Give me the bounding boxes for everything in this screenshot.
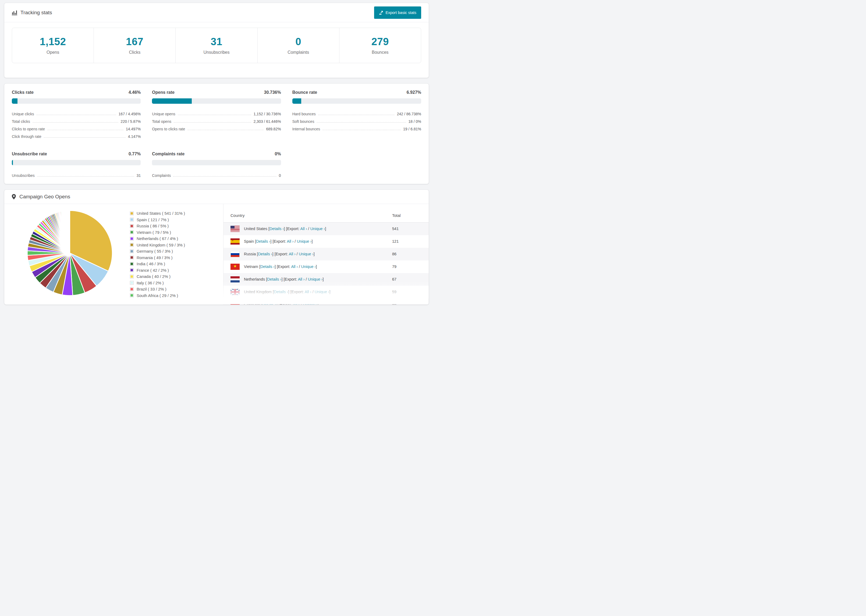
rate-title: Unsubscribe rate — [12, 152, 47, 156]
stat-row-value: 167 / 4.456% — [119, 112, 141, 116]
stat-row: Opens to clicks rate689.82% — [152, 124, 281, 131]
stat-row-label: Total clicks — [12, 119, 30, 124]
legend-item[interactable]: Russia ( 86 / 5% ) — [130, 224, 223, 228]
legend-swatch-icon — [130, 294, 134, 297]
country-name: Spain — [244, 239, 255, 244]
legend-item[interactable]: Vietnam ( 79 / 5% ) — [130, 230, 223, 235]
details-link[interactable]: Details › — [262, 302, 277, 305]
stat-row-value: 0 — [279, 173, 281, 178]
rate-value: 6.927% — [407, 90, 421, 95]
export-unique-link[interactable]: Unique › — [310, 226, 325, 231]
table-row: Spain [Details ›] [Export: All › / Uniqu… — [224, 235, 429, 248]
country-name: United States — [244, 226, 268, 231]
stat-row-value: 2,303 / 61.446% — [254, 119, 281, 124]
export-unique-link[interactable]: Unique › — [308, 277, 323, 281]
progress-bar — [12, 98, 141, 104]
column-header-country: Country — [224, 204, 392, 223]
country-flag-icon — [230, 226, 239, 232]
country-name: Netherlands — [244, 277, 266, 281]
legend-item[interactable]: India ( 46 / 3% ) — [130, 261, 223, 266]
legend-item[interactable]: Romania ( 49 / 3% ) — [130, 255, 223, 260]
export-all-link[interactable]: All › — [289, 252, 296, 256]
details-link[interactable]: Details › — [267, 277, 281, 281]
export-unique-link[interactable]: Unique › — [303, 302, 318, 305]
export-basic-stats-button[interactable]: Export basic stats — [374, 6, 421, 19]
stat-value: 0 — [295, 36, 301, 47]
stat-row-label: Complaints — [152, 173, 171, 178]
dotted-leader — [187, 130, 264, 130]
legend-item[interactable]: South Africa ( 29 / 2% ) — [130, 293, 223, 298]
country-total: 67 — [392, 273, 429, 286]
legend-item[interactable]: France ( 42 / 2% ) — [130, 268, 223, 272]
geo-table-header-row: Country Total — [224, 204, 429, 223]
legend-item[interactable]: Netherlands ( 67 / 4% ) — [130, 236, 223, 241]
stat-row: Unsubscribes31 — [12, 170, 141, 178]
legend-item[interactable]: United Kingdom ( 59 / 3% ) — [130, 243, 223, 247]
country-name: Russia — [244, 252, 257, 256]
geo-opens-header: Campaign Geo Opens — [4, 190, 429, 204]
export-unique-link[interactable]: Unique › — [315, 290, 329, 294]
country-flag-icon — [230, 238, 239, 245]
legend-swatch-icon — [130, 275, 134, 278]
export-all-link[interactable]: All › — [291, 264, 298, 269]
export-unique-link[interactable]: Unique › — [301, 264, 316, 269]
stat-row: Click through rate4.147% — [12, 131, 141, 139]
legend-label: Spain ( 121 / 7% ) — [137, 217, 169, 222]
country-flag-icon — [230, 251, 239, 257]
legend-label: Vietnam ( 79 / 5% ) — [137, 230, 171, 235]
stat-row-value: 19 / 6.81% — [403, 127, 421, 131]
legend-label: Romania ( 49 / 3% ) — [137, 255, 172, 260]
legend-item[interactable]: Spain ( 121 / 7% ) — [130, 217, 223, 222]
progress-bar — [152, 160, 281, 165]
stat-value: 279 — [372, 36, 389, 47]
export-unique-link[interactable]: Unique › — [299, 252, 313, 256]
export-icon — [379, 11, 383, 15]
table-row: Russia [Details ›] [Export: All › / Uniq… — [224, 248, 429, 261]
export-all-link[interactable]: All › — [287, 239, 294, 244]
rate-title: Bounce rate — [292, 90, 317, 95]
legend-swatch-icon — [130, 256, 134, 259]
legend-item[interactable]: Canada ( 40 / 2% ) — [130, 274, 223, 279]
legend-swatch-icon — [130, 262, 134, 266]
stat-row-label: Internal bounces — [292, 127, 320, 131]
rate-title: Clicks rate — [12, 90, 34, 95]
dotted-leader — [174, 122, 251, 123]
legend-item[interactable]: Italy ( 36 / 2% ) — [130, 281, 223, 285]
section-title: Campaign Geo Opens — [19, 194, 70, 200]
legend-item[interactable]: Brazil ( 33 / 2% ) — [130, 287, 223, 291]
legend-swatch-icon — [130, 287, 134, 291]
table-row: United States [Details ›] [Export: All ›… — [224, 223, 429, 235]
details-link[interactable]: Details › — [274, 290, 288, 294]
export-unique-link[interactable]: Unique › — [297, 239, 312, 244]
legend-item[interactable]: United States ( 541 / 31% ) — [130, 211, 223, 215]
country-total: 541 — [392, 223, 429, 235]
stat-row-value: 1,152 / 30.736% — [254, 112, 281, 116]
details-link[interactable]: Details › — [258, 252, 272, 256]
country-name: United Kingdom — [244, 290, 273, 294]
export-all-link[interactable]: All › — [293, 302, 299, 305]
stat-value: 1,152 — [40, 36, 66, 47]
details-link[interactable]: Details › — [260, 264, 275, 269]
legend-label: France ( 42 / 2% ) — [137, 268, 169, 272]
legend-label: United States ( 541 / 31% ) — [137, 211, 185, 215]
details-link[interactable]: Details › — [256, 239, 270, 244]
legend-item[interactable]: Germany ( 55 / 3% ) — [130, 249, 223, 253]
rates-card: Clicks rate 4.46% Unique clicks167 / 4.4… — [4, 83, 429, 184]
export-all-link[interactable]: All › — [298, 277, 305, 281]
stat-row: Total clicks220 / 5.87% — [12, 116, 141, 124]
rate-value: 0% — [275, 152, 281, 156]
stat-row-value: 242 / 86.738% — [397, 112, 421, 116]
export-all-link[interactable]: All › — [301, 226, 307, 231]
table-row: Netherlands [Details ›] [Export: All › /… — [224, 273, 429, 286]
country-total: 55 — [392, 298, 429, 305]
export-all-link[interactable]: All › — [305, 290, 312, 294]
stat-row-label: Soft bounces — [292, 119, 314, 124]
progress-bar-fill — [292, 98, 301, 104]
country-flag-icon — [230, 276, 239, 283]
stat-label: Complaints — [288, 50, 309, 55]
country-flag-icon — [230, 302, 239, 305]
geo-pie-legend: United States ( 541 / 31% ) Spain ( 121 … — [130, 204, 223, 305]
legend-label: United Kingdom ( 59 / 3% ) — [137, 243, 185, 247]
stat-row: Soft bounces18 / 0% — [292, 116, 421, 124]
details-link[interactable]: Details › — [269, 226, 284, 231]
